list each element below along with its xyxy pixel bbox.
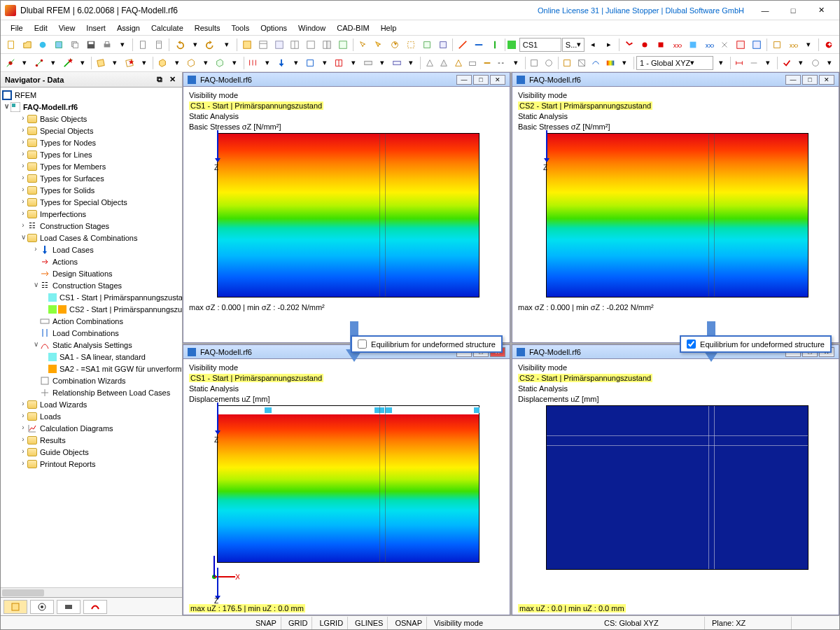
glines-toggle[interactable]: GLINES (351, 617, 388, 629)
expand-icon[interactable]: › (19, 222, 27, 230)
view4-icon[interactable] (603, 55, 617, 71)
res8-icon[interactable] (733, 37, 748, 52)
tree-folder[interactable]: ›Special Objects (1, 125, 182, 136)
select5-icon[interactable] (419, 37, 435, 52)
table5-icon[interactable] (303, 37, 318, 52)
grid-toggle[interactable]: GRID (284, 617, 313, 629)
tree-cs2[interactable]: CS2 - Start | Primärspannungszustand (1, 303, 182, 315)
tree-combo-wizards[interactable]: Combination Wizards (1, 374, 182, 386)
chevron-down-icon[interactable]: ▾ (227, 55, 241, 71)
expand-icon[interactable]: › (19, 174, 27, 183)
tree-folder[interactable]: ›Types for Solids (1, 184, 182, 196)
tree-lcc[interactable]: ∨Load Cases & Combinations (1, 232, 182, 244)
expand-icon[interactable]: › (19, 448, 27, 456)
menu-edit[interactable]: Edit (29, 22, 53, 34)
chevron-down-icon[interactable]: ▾ (170, 55, 184, 71)
navigator-tree[interactable]: RFEM ∨ FAQ-Modell.rf6 ›Basic Objects›Spe… (1, 88, 182, 587)
tree-folder[interactable]: ›Types for Nodes (1, 136, 182, 148)
minimize-button[interactable]: — (751, 2, 779, 19)
table3-icon[interactable] (272, 37, 287, 52)
osnap-toggle[interactable]: OSNAP (391, 617, 427, 629)
tree-folder[interactable]: ›Load Wizards (1, 398, 182, 410)
axis3-icon[interactable] (487, 37, 503, 52)
solid2-icon[interactable] (184, 55, 198, 71)
chevron-down-icon[interactable]: ▾ (137, 55, 151, 71)
viewport-titlebar[interactable]: FAQ-Modell.rf6 —□✕ (183, 73, 510, 87)
pin-icon[interactable]: ⧉ (154, 74, 165, 85)
wizard-icon[interactable]: ✦ (821, 37, 836, 52)
expand-icon[interactable]: › (19, 424, 27, 433)
sup6-icon[interactable] (495, 55, 509, 71)
chevron-down-icon[interactable]: ▾ (618, 55, 632, 71)
tree-folder[interactable]: ›Imperfections (1, 208, 182, 220)
node3-icon[interactable]: ★ (61, 55, 75, 71)
load1-icon[interactable] (246, 55, 260, 71)
table2-icon[interactable] (255, 37, 271, 52)
viewport-titlebar[interactable]: FAQ-Modell.rf6 —□✕ (512, 73, 839, 87)
vp-close-icon[interactable]: ✕ (490, 75, 505, 85)
chevron-down-icon[interactable]: ▾ (219, 37, 234, 52)
dim1-icon[interactable] (733, 55, 747, 71)
res10-icon[interactable] (769, 37, 785, 52)
undo-icon[interactable] (172, 37, 187, 52)
solid3-icon[interactable] (213, 55, 227, 71)
s-selector[interactable]: S...▾ (562, 38, 584, 52)
menu-insert[interactable]: Insert (80, 22, 111, 34)
vp-close-icon[interactable]: ✕ (819, 75, 834, 85)
snap-toggle[interactable]: SNAP (251, 617, 281, 629)
chevron-down-icon[interactable]: ▾ (794, 55, 808, 71)
table7-icon[interactable] (335, 37, 351, 52)
select2-icon[interactable] (371, 37, 386, 52)
sup4-icon[interactable] (465, 55, 479, 71)
sup1-icon[interactable] (423, 55, 437, 71)
load5-icon[interactable] (361, 55, 375, 71)
menu-view[interactable]: View (53, 22, 81, 34)
misc2-icon[interactable] (542, 55, 556, 71)
select3-icon[interactable] (387, 37, 402, 52)
equilibrium-checkbox[interactable] (687, 340, 696, 349)
surface1-icon[interactable] (94, 55, 108, 71)
tab-results[interactable] (83, 600, 107, 614)
navigator-scrollbar[interactable] (1, 587, 182, 597)
viewport-canvas[interactable]: Visibility mode CS2 - Start | Primärspan… (512, 359, 839, 615)
vp-min-icon[interactable]: — (785, 75, 801, 85)
res3-icon[interactable] (653, 37, 668, 52)
tree-folder[interactable]: ›Types for Surfaces (1, 172, 182, 184)
expand-icon[interactable]: › (19, 460, 27, 468)
tree-construction-stages[interactable]: ›☷Construction Stages (1, 220, 182, 232)
open-icon[interactable] (20, 37, 35, 52)
tree-action-combos[interactable]: Action Combinations (1, 315, 182, 327)
block-icon[interactable] (51, 37, 66, 52)
tree-sa2[interactable]: SA2 - =SA1 mit GGW für unverformte Struk… (1, 363, 182, 374)
tab-data[interactable] (4, 600, 27, 614)
expand-icon[interactable]: › (19, 139, 27, 147)
select1-icon[interactable] (356, 37, 371, 52)
tree-cs1[interactable]: CS1 - Start | Primärspannungszustand (1, 291, 182, 303)
opt1-icon[interactable] (780, 55, 794, 71)
view1-icon[interactable] (560, 55, 574, 71)
res4-icon[interactable]: xxx (669, 37, 685, 52)
select6-icon[interactable] (435, 37, 451, 52)
menu-help[interactable]: Help (375, 22, 402, 34)
cs-selector[interactable]: CS1 (519, 38, 561, 52)
vp-max-icon[interactable]: □ (802, 75, 818, 85)
chevron-down-icon[interactable]: ▾ (346, 55, 360, 71)
expand-icon[interactable]: › (19, 210, 27, 218)
node1-icon[interactable] (4, 55, 18, 71)
load2-icon[interactable] (274, 55, 288, 71)
expand-icon[interactable]: › (31, 246, 40, 254)
expand-icon[interactable]: › (19, 127, 27, 135)
sup3-icon[interactable] (451, 55, 465, 71)
load3-icon[interactable] (304, 55, 318, 71)
chevron-down-icon[interactable]: ▾ (714, 55, 728, 71)
expand-icon[interactable]: › (19, 115, 27, 123)
chevron-down-icon[interactable]: ▾ (762, 55, 776, 71)
cloud-icon[interactable] (36, 37, 51, 52)
tree-folder[interactable]: ›Results (1, 434, 182, 446)
vp-min-icon[interactable]: — (456, 75, 472, 85)
tree-rel-load[interactable]: Relationship Between Load Cases (1, 386, 182, 398)
res6-icon[interactable]: xxx (701, 37, 717, 52)
menu-window[interactable]: Window (293, 22, 331, 34)
equilibrium-checkbox[interactable] (358, 340, 367, 349)
menu-cadbim[interactable]: CAD-BIM (331, 22, 374, 34)
